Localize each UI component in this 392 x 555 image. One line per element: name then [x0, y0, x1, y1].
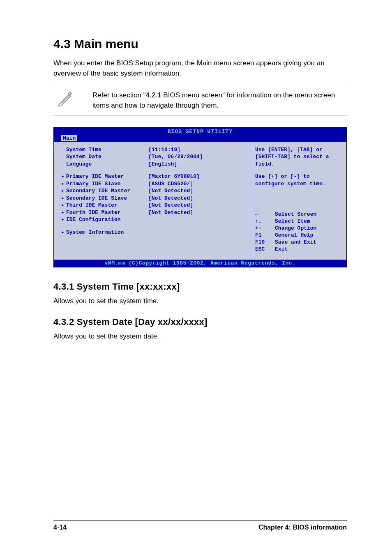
bios-field-label: Primary IDE Master [66, 173, 148, 180]
bios-field-value: [Not Detected] [148, 195, 247, 202]
bios-row: ▸Primary IDE Master[Maxtor 6Y080L0] [61, 173, 247, 180]
bios-key-desc: Change Option [275, 225, 316, 232]
note-text: Refer to section "4.2.1 BIOS menu screen… [76, 90, 347, 111]
bios-key-desc: Save and Exit [275, 239, 316, 246]
bios-title: BIOS SETUP UTILITY [54, 128, 346, 135]
bios-key-desc: General Help [275, 232, 314, 239]
bios-key: ↔ [255, 211, 275, 218]
bios-row: ▸IDE Configuration [61, 216, 247, 223]
bios-field-value: [Maxtor 6Y080L0] [148, 173, 247, 180]
subsection-text-time: Allows you to set the system time. [53, 296, 347, 306]
bios-key-row: ESCExit [255, 246, 341, 253]
bios-field-label: Fourth IDE Master [66, 209, 148, 216]
page-footer: 4-14 Chapter 4: BIOS information [53, 520, 347, 531]
bios-row: Language[English] [61, 161, 247, 168]
bios-key: F1 [255, 232, 275, 239]
bios-key-row: ↔Select Screen [255, 211, 341, 218]
triangle-right-icon: ▸ [61, 195, 66, 202]
svg-line-1 [62, 95, 70, 103]
bios-row: ▸Third IDE Master[Not Detected] [61, 202, 247, 209]
bios-help-panel: Use [ENTER], [TAB] or [SHIFT-TAB] to sel… [250, 142, 346, 260]
bios-help-text-1: Use [ENTER], [TAB] or [SHIFT-TAB] to sel… [255, 146, 341, 168]
triangle-right-icon [61, 153, 66, 161]
bios-field-label: Primary IDE Slave [66, 180, 148, 188]
bios-key-desc: Select Screen [275, 211, 316, 218]
bios-field-value: [Not Detected] [148, 209, 247, 216]
bios-field-label: Secondary IDE Master [66, 187, 148, 195]
bios-row: ▸System Information [61, 229, 247, 236]
bios-row: ▸Fourth IDE Master[Not Detected] [61, 209, 247, 216]
bios-field-value: [Tue, 06/29/2004] [148, 153, 247, 161]
bios-field-label: Language [66, 161, 148, 168]
bios-key-row: ↑↓Select Item [255, 218, 341, 225]
bios-row: System Date[Tue, 06/29/2004] [61, 153, 247, 161]
bios-key-row: +-Change Option [255, 225, 341, 232]
subsection-heading-date: 4.3.2 System Date [Day xx/xx/xxxx] [53, 317, 347, 327]
bios-help-text-2: Use [+] or [-] to configure system time. [255, 173, 341, 187]
bios-key: +- [255, 225, 275, 232]
bios-key: ↑↓ [255, 218, 275, 225]
pencil-icon [53, 90, 76, 108]
triangle-right-icon: ▸ [61, 216, 66, 223]
bios-row: ▸Secondary IDE Slave[Not Detected] [61, 195, 247, 202]
triangle-right-icon: ▸ [61, 202, 66, 209]
bios-left-panel: System Time[11:10:19]System Date[Tue, 06… [54, 142, 250, 260]
bios-key: F10 [255, 239, 275, 246]
bios-field-value: [English] [148, 161, 247, 168]
intro-paragraph: When you enter the BIOS Setup program, t… [53, 58, 347, 78]
triangle-right-icon: ▸ [61, 173, 66, 180]
section-heading: 4.3 Main menu [53, 37, 347, 51]
bios-screenshot: BIOS SETUP UTILITY Main System Time[11:1… [53, 127, 347, 267]
note-block: Refer to section "4.2.1 BIOS menu screen… [53, 86, 347, 115]
bios-key-row: F10Save and Exit [255, 239, 341, 246]
bios-field-label: Secondary IDE Slave [66, 195, 148, 202]
bios-field-value: [Not Detected] [148, 202, 247, 209]
subsection-text-date: Allows you to set the system date. [53, 332, 347, 342]
bios-tab-main: Main [61, 135, 77, 141]
bios-key-desc: Exit [275, 246, 288, 253]
bios-footer: vMM.mm (C)Copyright 1985-2002, American … [54, 260, 346, 267]
bios-field-value: [11:10:19] [148, 146, 247, 154]
triangle-right-icon: ▸ [61, 209, 66, 216]
bios-field-value [148, 229, 247, 236]
chapter-label: Chapter 4: BIOS information [258, 524, 347, 531]
triangle-right-icon [61, 146, 66, 154]
bios-field-label: IDE Configuration [66, 216, 148, 223]
bios-key: ESC [255, 246, 275, 253]
bios-field-value: [ASUS CDS520/] [148, 180, 247, 188]
bios-row: ▸Secondary IDE Master[Not Detected] [61, 187, 247, 195]
bios-key-row: F1General Help [255, 232, 341, 239]
bios-field-label: Third IDE Master [66, 202, 148, 209]
triangle-right-icon: ▸ [61, 180, 66, 188]
svg-line-0 [62, 94, 69, 102]
bios-field-label: System Date [66, 153, 148, 161]
page-number: 4-14 [53, 524, 67, 531]
bios-row: System Time[11:10:19] [61, 146, 247, 154]
bios-field-label: System Information [66, 229, 148, 236]
bios-field-value [148, 216, 247, 223]
bios-key-desc: Select Item [275, 218, 310, 225]
bios-field-label: System Time [66, 146, 148, 154]
bios-row: ▸Primary IDE Slave[ASUS CDS520/] [61, 180, 247, 188]
triangle-right-icon: ▸ [61, 187, 66, 195]
triangle-right-icon: ▸ [61, 229, 66, 236]
triangle-right-icon [61, 161, 66, 168]
bios-field-value: [Not Detected] [148, 187, 247, 195]
subsection-heading-time: 4.3.1 System Time [xx:xx:xx] [53, 281, 347, 292]
